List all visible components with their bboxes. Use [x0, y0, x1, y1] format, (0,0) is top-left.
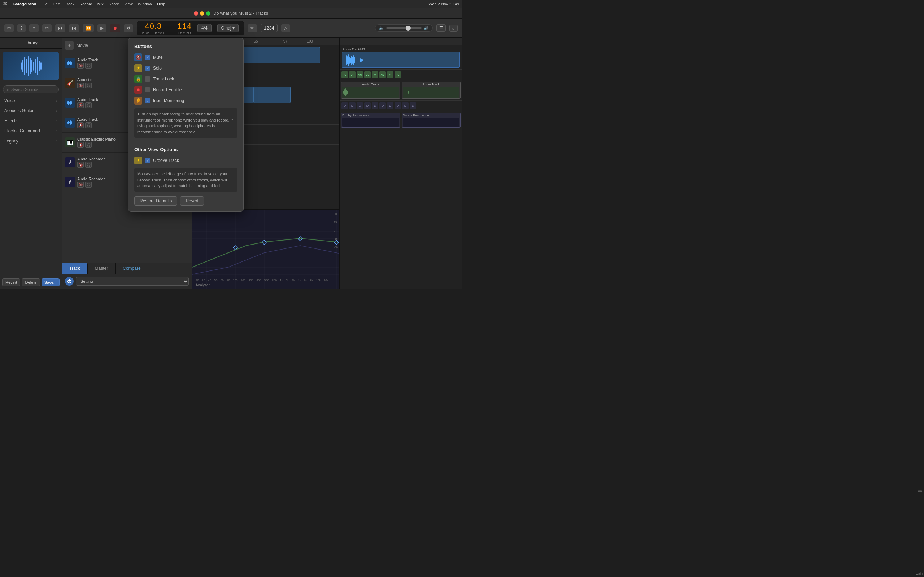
- svg-rect-15: [71, 121, 72, 124]
- popup-row-record-enable: ⏺ Record Enable: [134, 86, 237, 94]
- headphone-button[interactable]: 🎧: [85, 102, 92, 108]
- help-btn[interactable]: ?: [17, 24, 26, 32]
- app-name[interactable]: GarageBand: [13, 2, 36, 6]
- track-settings: ⏻ Setting: [62, 274, 192, 288]
- metronome-btn[interactable]: △: [281, 24, 290, 32]
- delete-button[interactable]: Delete: [22, 279, 40, 286]
- search-icon: ⌕: [7, 87, 10, 92]
- list-view-btn[interactable]: ☰: [436, 24, 446, 32]
- time-sig-btn[interactable]: 4/4: [197, 24, 212, 32]
- track-letter: A: [372, 71, 378, 78]
- fast-forward-btn[interactable]: ⏭: [69, 24, 79, 32]
- volume-track[interactable]: [386, 27, 422, 29]
- menu-edit[interactable]: Edit: [53, 2, 60, 6]
- input-monitoring-checkbox[interactable]: ✓: [145, 98, 150, 103]
- track-info: Audio Track 🔇 🎧: [77, 58, 132, 69]
- volume-icon-max: 🔊: [424, 26, 429, 30]
- view-options-popup[interactable]: Buttons 🔇 ✓ Mute ★ ✓ Solo 🔒 Track Lock ⏺…: [128, 37, 244, 212]
- headphone-button[interactable]: 🎧: [85, 182, 92, 187]
- sidebar-item-acoustic-guitar[interactable]: Acoustic Guitar ›: [0, 106, 62, 116]
- mute-button[interactable]: 🔇: [77, 82, 84, 89]
- mute-button[interactable]: 🔇: [77, 142, 84, 148]
- menu-view[interactable]: View: [124, 2, 133, 6]
- track-letter: A: [394, 71, 401, 78]
- menu-window[interactable]: Window: [138, 2, 152, 6]
- headphone-button[interactable]: 🎧: [85, 122, 92, 128]
- sidebar-item-electric-guitar[interactable]: Electric Guitar and... ›: [0, 126, 62, 136]
- menu-record[interactable]: Record: [79, 2, 92, 6]
- track-name: Audio Track: [77, 97, 132, 102]
- record-enable-checkbox[interactable]: [145, 87, 150, 92]
- wf-bar: [28, 56, 29, 76]
- lcd-display[interactable]: 1234: [261, 24, 278, 32]
- search-box[interactable]: ⌕: [3, 85, 59, 93]
- settings-select[interactable]: Setting: [76, 277, 189, 285]
- right-track-label: Audio Track#22: [341, 47, 460, 52]
- mute-checkbox[interactable]: ✓: [145, 55, 150, 60]
- sidebar-item-effects[interactable]: Effects ›: [0, 116, 62, 126]
- transport-display: 40.3 BAR BEAT | 114 TEMPO 4/4 Cmaj ▾: [137, 21, 244, 35]
- groove-track-checkbox[interactable]: ✓: [145, 158, 150, 163]
- wf-bar: [30, 58, 31, 74]
- menubar: ⌘ GarageBand File Edit Track Record Mix …: [0, 0, 462, 8]
- track-letter: D: [380, 102, 386, 109]
- restore-defaults-button[interactable]: Restore Defaults: [134, 196, 177, 206]
- mute-button[interactable]: 🔇: [77, 122, 84, 128]
- tab-master[interactable]: Master: [88, 263, 116, 274]
- menu-help[interactable]: Help: [157, 2, 165, 6]
- track-icon-recorder: 🎙: [65, 177, 75, 187]
- play-btn[interactable]: ▶: [97, 24, 107, 32]
- solo-checkbox[interactable]: ✓: [145, 66, 150, 71]
- mute-button[interactable]: 🔇: [77, 162, 84, 168]
- smart-tempo-btn[interactable]: ✦: [29, 24, 39, 32]
- search-view-btn[interactable]: ⌕: [449, 24, 458, 32]
- trim-btn[interactable]: ✂: [42, 24, 52, 32]
- sidebar-item-label: Electric Guitar and...: [4, 128, 44, 134]
- zoom-button[interactable]: [206, 11, 210, 16]
- search-input[interactable]: [11, 87, 55, 92]
- wf-bar: [24, 57, 25, 75]
- smart-controls-btn[interactable]: ✉: [4, 24, 14, 32]
- track-info: Classic Electric Piano 🔇 🎧: [77, 137, 132, 148]
- sidebar-item-voice[interactable]: Voice ›: [0, 95, 62, 106]
- audio-clip[interactable]: [254, 87, 291, 103]
- menu-file[interactable]: File: [41, 2, 48, 6]
- headphone-button[interactable]: 🎧: [85, 162, 92, 168]
- revert-button[interactable]: Revert: [2, 279, 20, 286]
- headphone-button[interactable]: 🎧: [85, 82, 92, 89]
- groove-track-label: Groove Track: [153, 158, 179, 163]
- apple-menu[interactable]: ⌘: [3, 1, 8, 6]
- track-lock-checkbox[interactable]: [145, 76, 150, 82]
- power-button[interactable]: ⏻: [65, 277, 74, 285]
- to-start-btn[interactable]: ⏪: [82, 24, 94, 32]
- tempo-display: 114 TEMPO: [177, 22, 192, 35]
- revert-popup-button[interactable]: Revert: [180, 196, 204, 206]
- track-letter: D: [364, 102, 371, 109]
- save-button[interactable]: Save...: [42, 279, 60, 286]
- record-btn[interactable]: ⏺: [110, 24, 120, 32]
- tab-track[interactable]: Track: [62, 263, 88, 274]
- wf-bar: [35, 59, 36, 73]
- minimize-button[interactable]: [200, 11, 204, 16]
- pencil-btn[interactable]: ✏: [247, 24, 257, 32]
- tab-compare[interactable]: Compare: [115, 263, 148, 274]
- track-name: Audio Track: [77, 58, 132, 62]
- sidebar-item-legacy[interactable]: Legacy ›: [0, 136, 62, 146]
- eq-svg: [192, 210, 339, 288]
- rewind-btn[interactable]: ⏮: [55, 24, 65, 32]
- key-sig-btn[interactable]: Cmaj ▾: [217, 24, 239, 32]
- volume-thumb[interactable]: [406, 26, 411, 31]
- cycle-btn[interactable]: ↺: [124, 24, 133, 32]
- close-button[interactable]: [194, 11, 198, 16]
- mute-button[interactable]: 🔇: [77, 182, 84, 187]
- menu-share[interactable]: Share: [109, 2, 119, 6]
- popup-other-options-title: Other View Options: [134, 147, 237, 152]
- track-info: Audio Track 🔇 🎧: [77, 117, 132, 128]
- menu-track[interactable]: Track: [65, 2, 74, 6]
- menu-mix[interactable]: Mix: [97, 2, 103, 6]
- headphone-button[interactable]: 🎧: [85, 63, 92, 69]
- headphone-button[interactable]: 🎧: [85, 142, 92, 148]
- add-track-button[interactable]: +: [65, 41, 74, 50]
- mute-button[interactable]: 🔇: [77, 63, 84, 69]
- mute-button[interactable]: 🔇: [77, 102, 84, 108]
